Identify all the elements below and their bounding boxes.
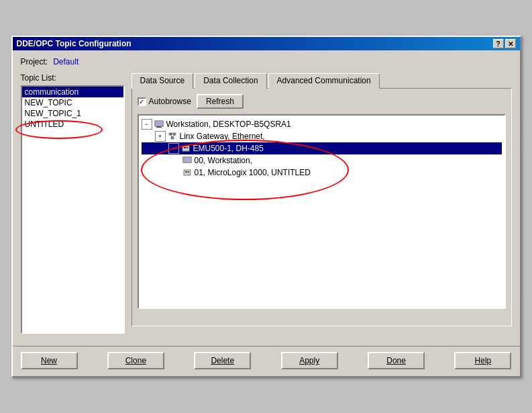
new-button[interactable]: New: [21, 352, 78, 369]
node-00-label: 00, Workstation,: [195, 156, 252, 165]
topic-list-label: Topic List:: [21, 73, 125, 83]
dialog-window: DDE/OPC Topic Configuration ? ✕ Project:…: [11, 36, 521, 377]
tabs: Data Source Data Collection Advanced Com…: [131, 73, 512, 89]
svg-rect-16: [185, 171, 187, 173]
dialog-body: Project: Default Topic List: communicati…: [13, 50, 520, 340]
project-label: Project:: [21, 57, 48, 66]
workstation-label: Workstation, DESKTOP-B5QSRA1: [166, 120, 291, 129]
topic-list-section: Topic List: communication NEW_TOPIC NEW_…: [21, 73, 125, 334]
autobrowse-checkbox[interactable]: ✓: [138, 97, 146, 106]
delete-button[interactable]: Delete: [194, 352, 251, 369]
tree-node-micrologix[interactable]: 01, MicroLogix 1000, UNTITLED: [142, 167, 502, 179]
title-bar-buttons: ? ✕: [493, 39, 516, 48]
tree-expander-gateway[interactable]: +: [155, 131, 166, 142]
tree-wrapper: − Workstation, DESKTOP-B5QSR: [138, 114, 506, 309]
tab-data-source[interactable]: Data Source: [131, 73, 194, 89]
topic-item-new-topic[interactable]: NEW_TOPIC: [22, 97, 123, 108]
svg-line-8: [172, 135, 174, 137]
tab-advanced-communication[interactable]: Advanced Communication: [268, 73, 380, 89]
done-button[interactable]: Done: [368, 352, 425, 369]
apply-button[interactable]: Apply: [281, 352, 338, 369]
autobrowse-text: Autobrowse: [149, 97, 191, 106]
svg-rect-14: [184, 158, 191, 162]
svg-rect-2: [156, 127, 162, 128]
tree-node-00workstation[interactable]: 00, Workstation,: [142, 154, 502, 167]
emu500-label: EMU500-1, DH-485: [193, 144, 264, 153]
topic-item-new-topic-1[interactable]: NEW_TOPIC_1: [22, 108, 123, 119]
svg-rect-5: [173, 133, 176, 135]
close-title-btn[interactable]: ✕: [505, 39, 516, 48]
help-button[interactable]: Help: [454, 352, 511, 369]
project-row: Project: Default: [21, 57, 512, 66]
workstation-00-icon: [182, 155, 193, 166]
clone-button[interactable]: Clone: [107, 352, 164, 369]
tree-node-gateway[interactable]: +: [142, 130, 502, 142]
help-title-btn[interactable]: ?: [493, 39, 504, 48]
svg-rect-12: [187, 147, 188, 148]
network-icon: [167, 131, 178, 142]
svg-rect-1: [157, 126, 161, 127]
tree-expander-emu500[interactable]: −: [168, 143, 179, 154]
tree-area[interactable]: − Workstation, DESKTOP-B5QSR: [138, 114, 506, 309]
svg-rect-11: [184, 147, 186, 148]
svg-rect-17: [188, 171, 189, 173]
topic-list-wrapper: communication NEW_TOPIC NEW_TOPIC_1 UNTI…: [21, 85, 125, 334]
svg-line-7: [170, 135, 172, 137]
node-01-label: 01, MicroLogix 1000, UNTITLED: [195, 168, 311, 177]
emu500-icon: [180, 143, 191, 154]
dialog-title: DDE/OPC Topic Configuration: [17, 39, 131, 48]
autobrowse-row: ✓ Autobrowse Refresh: [138, 94, 506, 109]
svg-rect-6: [171, 137, 174, 139]
tree-node-emu500[interactable]: − EMU500-1, DH-485: [142, 142, 502, 154]
title-bar: DDE/OPC Topic Configuration ? ✕: [13, 37, 520, 50]
tree-node-workstation[interactable]: − Workstation, DESKTOP-B5QSR: [142, 118, 502, 130]
tree-expander-workstation[interactable]: −: [142, 119, 152, 130]
topic-item-communication[interactable]: communication: [22, 87, 123, 97]
project-value: Default: [53, 57, 78, 66]
topic-item-untitled[interactable]: UNTITLED: [22, 119, 123, 130]
refresh-button[interactable]: Refresh: [197, 94, 244, 109]
tab-data-collection[interactable]: Data Collection: [195, 73, 266, 89]
monitor-icon: [154, 119, 164, 130]
svg-rect-3: [156, 122, 162, 126]
main-area: Topic List: communication NEW_TOPIC NEW_…: [21, 73, 512, 334]
micrologix-icon: [182, 167, 193, 178]
right-panel: Data Source Data Collection Advanced Com…: [131, 73, 512, 334]
tab-content-data-source: ✓ Autobrowse Refresh −: [131, 88, 512, 326]
bottom-buttons: New Clone Delete Apply Done Help: [13, 346, 520, 376]
topic-list-box[interactable]: communication NEW_TOPIC NEW_TOPIC_1 UNTI…: [21, 85, 125, 334]
autobrowse-checkbox-label[interactable]: ✓ Autobrowse: [138, 97, 191, 106]
gateway-label: Linx Gateway, Ethernet,: [180, 132, 265, 141]
